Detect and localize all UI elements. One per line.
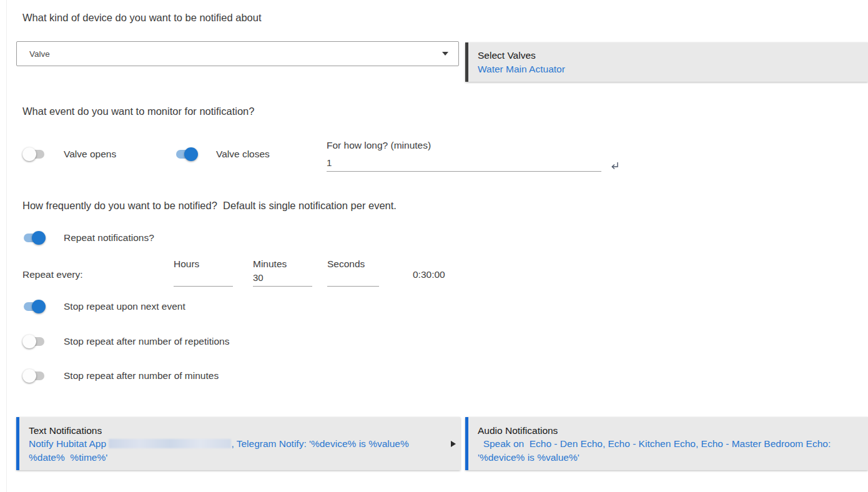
seconds-input[interactable] xyxy=(327,272,379,287)
stop-minutes-label: Stop repeat after number of minutes xyxy=(64,370,219,381)
repeat-notifications-toggle[interactable] xyxy=(22,231,46,245)
caret-down-icon xyxy=(442,52,448,56)
audio-notifications-title: Audio Notifications xyxy=(478,424,859,437)
audio-notifications-panel[interactable]: Audio Notifications Speak on Echo - Den … xyxy=(465,417,868,470)
seconds-label: Seconds xyxy=(327,258,379,270)
text-notifications-message: Notify Hubitat App , Telegram Notify: '%… xyxy=(29,437,438,464)
device-type-dropdown[interactable]: Valve xyxy=(16,41,459,66)
page-left-divider xyxy=(6,0,7,492)
enter-key-icon[interactable] xyxy=(610,161,619,170)
minutes-input[interactable]: 30 xyxy=(253,272,312,287)
repeat-every-label: Repeat every: xyxy=(22,269,83,280)
redacted-text xyxy=(109,439,231,448)
valve-opens-label: Valve opens xyxy=(64,149,116,160)
repeat-minutes-field: Minutes 30 xyxy=(253,258,312,287)
repeat-seconds-field: Seconds xyxy=(327,258,379,287)
stop-repetitions-toggle[interactable] xyxy=(22,335,46,348)
duration-input[interactable]: 1 xyxy=(327,157,601,172)
stop-repetitions-row: Stop repeat after number of repetitions xyxy=(22,335,229,348)
valve-opens-row: Valve opens xyxy=(22,147,116,161)
audio-notifications-message: Speak on Echo - Den Echo, Echo - Kitchen… xyxy=(478,437,856,464)
select-valves-panel[interactable]: Select Valves Water Main Actuator xyxy=(465,42,868,82)
toggle-knob xyxy=(32,300,46,313)
valve-closes-toggle[interactable] xyxy=(175,147,198,161)
stop-next-event-toggle[interactable] xyxy=(22,300,46,313)
repeat-hours-field: Hours xyxy=(174,258,233,287)
device-type-heading: What kind of device do you want to be no… xyxy=(22,12,262,24)
stop-next-event-row: Stop repeat upon next event xyxy=(22,300,185,313)
hours-input[interactable] xyxy=(174,272,233,287)
text-notifications-panel[interactable]: Text Notifications Notify Hubitat App , … xyxy=(16,417,460,470)
stop-minutes-row: Stop repeat after number of minutes xyxy=(22,369,219,383)
hours-label: Hours xyxy=(174,258,233,270)
valve-closes-label: Valve closes xyxy=(216,149,270,160)
valve-closes-row: Valve closes xyxy=(175,147,270,161)
event-heading: What event do you want to monitor for no… xyxy=(22,106,254,117)
frequency-heading: How frequently do you want to be notifie… xyxy=(22,200,397,212)
select-valves-title: Select Valves xyxy=(478,49,859,62)
minutes-label: Minutes xyxy=(253,258,312,270)
repeat-notifications-row: Repeat notifications? xyxy=(22,231,154,245)
repeat-notifications-label: Repeat notifications? xyxy=(64,232,154,244)
selected-valve-link[interactable]: Water Main Actuator xyxy=(478,62,859,76)
toggle-knob xyxy=(22,335,36,348)
repeat-total-readout: 0:30:00 xyxy=(413,269,445,280)
stop-minutes-toggle[interactable] xyxy=(22,369,46,383)
toggle-knob xyxy=(22,147,36,161)
message-prefix: Notify Hubitat App xyxy=(29,438,109,449)
right-arrow-icon[interactable] xyxy=(451,441,456,447)
text-notifications-title: Text Notifications xyxy=(29,424,443,437)
valve-opens-toggle[interactable] xyxy=(22,147,46,161)
device-type-dropdown-value: Valve xyxy=(29,49,50,59)
stop-repetitions-label: Stop repeat after number of repetitions xyxy=(64,336,229,347)
toggle-knob xyxy=(22,369,36,383)
toggle-knob xyxy=(32,231,46,245)
duration-label: For how long? (minutes) xyxy=(327,140,431,151)
stop-next-event-label: Stop repeat upon next event xyxy=(64,301,185,312)
toggle-knob xyxy=(184,147,198,161)
